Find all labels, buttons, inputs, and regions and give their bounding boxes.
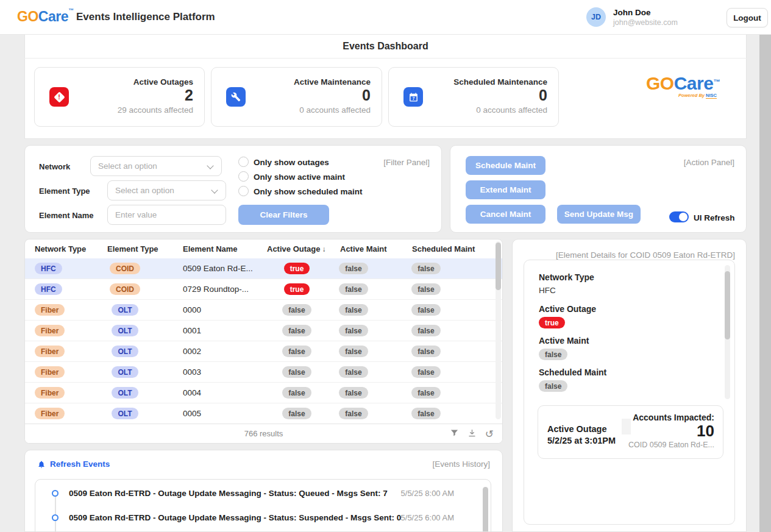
page-scrollbar-thumb[interactable] (759, 34, 771, 532)
table-scrollbar-thumb[interactable] (496, 243, 501, 290)
wrench-icon (226, 87, 246, 107)
scheduled-maint-badge: false (539, 380, 567, 392)
events-scrollbar-thumb[interactable] (483, 487, 488, 532)
stat-label: Active Outages (118, 77, 193, 87)
schedule-maint-button[interactable]: Schedule Maint (466, 156, 545, 175)
column-header-scheduled-maint[interactable]: Scheduled Maint (412, 244, 475, 254)
scheduled-maint-badge: false (411, 408, 440, 419)
only-show-scheduled-maint-label: Only show scheduled maint (254, 187, 363, 196)
stat-value: 2 (118, 87, 193, 104)
events-history-panel: Refresh Events [Events History] 0509 Eat… (24, 450, 503, 532)
stat-card-active-outages: ! Active Outages 2 29 accounts affected (34, 67, 205, 127)
active-outage-badge: false (282, 346, 311, 357)
event-date: 5/5/25 6:00 AM (401, 513, 454, 522)
column-header-network-type[interactable]: Network Type (35, 244, 86, 254)
outage-summary-left: Active Outage 5/2/25 at 3:01PM (547, 424, 616, 447)
logo-go: GO (17, 9, 38, 24)
element-type-badge: OLT (112, 387, 138, 399)
sort-desc-icon: ↓ (322, 245, 325, 254)
active-maint-badge: false (339, 346, 368, 357)
accounts-impacted-element: COID 0509 Eaton Rd-E... (628, 441, 714, 449)
table-row[interactable]: Fiber OLT 0000 false false false (25, 300, 502, 321)
table-row[interactable]: Fiber OLT 0001 false false false (25, 321, 502, 341)
active-outage-summary-card: Active Outage 5/2/25 at 3:01PM Accounts … (538, 405, 723, 459)
table-row[interactable]: HFC COID 0509 Eaton Rd-E... true false f… (25, 258, 502, 279)
refresh-icon[interactable]: ↺ (485, 429, 494, 439)
detail-label: Active Maint (539, 336, 589, 346)
event-item[interactable]: 0509 Eaton Rd-ETRD - Outage Update Messa… (35, 509, 491, 532)
column-header-active-outage[interactable]: Active Outage↓ (267, 244, 325, 254)
element-name-cell: 0509 Eaton Rd-E... (183, 258, 274, 278)
scheduled-maint-badge: false (411, 263, 440, 274)
accounts-impacted-label: Accounts Impacted: (628, 413, 714, 422)
extend-maint-button[interactable]: Extend Maint (466, 180, 545, 199)
details-scrollbar[interactable] (725, 265, 730, 399)
user-avatar[interactable]: JD (586, 7, 606, 27)
active-maint-badge: false (339, 304, 368, 316)
element-name-cell: 0002 (183, 341, 274, 361)
stat-value: 0 (294, 87, 371, 104)
outage-summary-right: Accounts Impacted: 10 COID 0509 Eaton Rd… (628, 413, 714, 449)
ui-refresh-label: UI Refresh (694, 213, 735, 222)
element-type-badge: OLT (112, 408, 138, 419)
active-outage-badge: true (539, 317, 565, 328)
app-header: GOCare™ Events Intelligence Platform JD … (0, 0, 771, 35)
svg-text:7: 7 (412, 96, 414, 101)
scheduled-maint-badge: false (411, 325, 440, 336)
user-email: john@website.com (613, 18, 678, 27)
gocare-logo: GOCare™ (17, 9, 73, 25)
column-header-element-type[interactable]: Element Type (107, 244, 158, 254)
clear-filters-button[interactable]: Clear Filters (238, 205, 329, 225)
only-show-outages-checkbox[interactable] (238, 157, 249, 167)
ui-refresh-toggle[interactable] (669, 211, 689, 222)
table-row[interactable]: HFC COID 0729 Roundtop-... true false fa… (25, 279, 502, 300)
event-text: 0509 Eaton Rd-ETRD - Outage Update Messa… (69, 489, 388, 498)
only-show-scheduled-maint-checkbox[interactable] (238, 186, 249, 196)
events-list: 0509 Eaton Rd-ETRD - Outage Update Messa… (35, 479, 491, 532)
table-body: HFC COID 0509 Eaton Rd-E... true false f… (25, 258, 502, 424)
filter-icon[interactable] (450, 428, 459, 440)
detail-label: Scheduled Maint (539, 367, 606, 377)
send-update-msg-button[interactable]: Send Update Msg (557, 205, 641, 224)
element-name-label: Element Name (39, 211, 94, 220)
active-outage-badge: false (282, 325, 311, 336)
only-show-active-maint-checkbox[interactable] (238, 171, 249, 182)
table-row[interactable]: Fiber OLT 0004 false false false (25, 383, 502, 403)
exclamation-glyph: ! (58, 94, 60, 101)
element-type-select[interactable]: Select an option (107, 180, 226, 200)
calendar-icon: 7 (403, 87, 423, 107)
logout-button[interactable]: Logout (727, 8, 768, 27)
scheduled-maint-badge: false (411, 387, 440, 399)
event-text: 0509 Eaton Rd-ETRD - Outage Update Messa… (69, 513, 401, 522)
active-maint-badge: false (339, 283, 368, 295)
table-row[interactable]: Fiber OLT 0003 false false false (25, 362, 502, 383)
logo-trademark: ™ (68, 7, 74, 13)
cancel-maint-button[interactable]: Cancel Maint (466, 205, 545, 224)
event-date: 5/5/25 8:00 AM (401, 489, 454, 498)
timeline-dot-icon (52, 490, 59, 497)
network-select-placeholder: Select an option (98, 161, 157, 171)
network-type-badge: Fiber (35, 304, 65, 316)
table-footer: 766 results ↺ (25, 424, 502, 443)
refresh-events-label: Refresh Events (50, 459, 110, 469)
active-maint-badge: false (339, 325, 368, 336)
logo-care: Care (38, 9, 68, 24)
table-row[interactable]: Fiber OLT 0002 false false false (25, 341, 502, 362)
table-scrollbar[interactable] (496, 241, 501, 419)
toggle-knob (679, 213, 688, 221)
element-name-input[interactable] (107, 205, 226, 225)
table-row[interactable]: Fiber OLT 0005 false false false (25, 403, 502, 424)
active-outage-badge: false (282, 408, 311, 419)
outage-timestamp: 5/2/25 at 3:01PM (547, 435, 616, 447)
event-item[interactable]: 0509 Eaton Rd-ETRD - Outage Update Messa… (35, 484, 491, 509)
page-title: Events Dashboard (24, 34, 747, 59)
column-header-active-maint[interactable]: Active Maint (340, 244, 387, 254)
action-panel-tag: [Action Panel] (664, 158, 734, 167)
stat-value: 0 (453, 87, 547, 104)
column-header-element-name[interactable]: Element Name (183, 244, 238, 254)
download-icon[interactable] (467, 428, 477, 440)
network-type-badge: Fiber (35, 346, 65, 357)
network-select[interactable]: Select an option (90, 156, 222, 176)
details-scrollbar-thumb[interactable] (725, 271, 730, 339)
refresh-events-link[interactable]: Refresh Events (37, 459, 110, 469)
